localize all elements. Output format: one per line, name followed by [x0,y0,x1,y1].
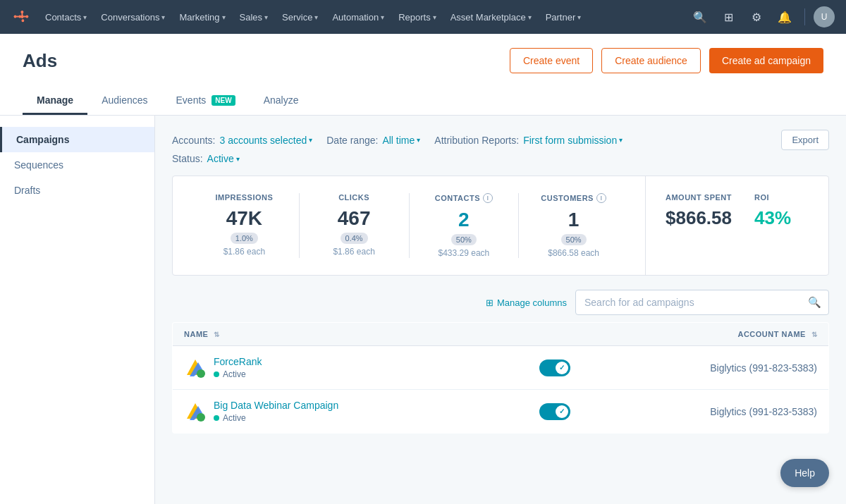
sidebar: Campaigns Sequences Drafts [0,116,155,504]
chevron-down-icon: ▾ [236,155,240,163]
nav-icons-group: 🔍 ⊞ ⚙ 🔔 U [689,6,835,28]
nav-item-partner[interactable]: Partner ▾ [540,8,587,27]
clicks-pill: 0.4% [341,233,368,244]
stats-main: IMPRESSIONS 47K 1.0% $1.86 each CLICKS 4… [173,176,645,275]
nav-item-asset-marketplace[interactable]: Asset Marketplace ▾ [445,8,537,27]
nav-item-service[interactable]: Service ▾ [276,8,324,27]
stat-customers: CUSTOMERS i 1 50% $866.58 each [522,193,625,258]
campaign-name-info: ForceRank Active [214,356,262,379]
attribution-dropdown[interactable]: First form submission ▾ [523,135,623,146]
accounts-dropdown[interactable]: 3 accounts selected ▾ [219,135,312,146]
accounts-label: Accounts: [172,135,215,146]
google-ads-icon [184,357,207,379]
user-avatar[interactable]: U [814,6,835,27]
customers-value: 1 [522,209,625,231]
tab-manage[interactable]: Manage [23,87,87,115]
status-indicator: Active [214,369,262,379]
stats-side: AMOUNT SPENT $866.58 ROI 43% [645,176,828,275]
account-name-cell-2: Biglytics (991-823-5383) [582,390,828,434]
status-dropdown[interactable]: Active ▾ [207,153,240,164]
impressions-label: IMPRESSIONS [192,193,296,202]
search-icon-button[interactable]: 🔍 [689,6,711,28]
nav-item-automation[interactable]: Automation ▾ [326,8,390,27]
contacts-pill: 50% [451,234,477,245]
toggle-area-2: ✓ [539,403,570,420]
new-badge: NEW [212,95,235,106]
accounts-filter: Accounts: 3 accounts selected ▾ [172,135,312,146]
nav-item-marketing[interactable]: Marketing ▾ [173,8,231,27]
nav-item-reports[interactable]: Reports ▾ [393,8,442,27]
sidebar-item-sequences[interactable]: Sequences [0,152,154,178]
create-event-button[interactable]: Create event [510,48,593,73]
campaign-name-link-2[interactable]: Big Data Webinar Campaign [214,400,338,411]
impressions-value: 47K [192,207,296,230]
apps-icon-button[interactable]: ⊞ [717,6,740,28]
page-header: Ads Create event Create audience Create … [0,34,846,116]
roi-label: ROI [754,193,791,202]
contacts-label: CONTACTS i [412,193,516,203]
help-button[interactable]: Help [780,459,829,487]
search-input[interactable] [576,291,801,314]
nav-divider [804,8,805,25]
create-campaign-button[interactable]: Create ad campaign [709,48,823,73]
status-dot-2 [214,415,219,421]
stat-divider-2 [409,193,410,258]
clicks-value: 467 [302,207,406,230]
customers-label: CUSTOMERS i [522,193,625,203]
status-filter: Status: Active ▾ [172,153,240,164]
attribution-filter: Attribution Reports: First form submissi… [434,135,623,146]
chevron-down-icon: ▾ [222,13,226,21]
date-range-filter: Date range: All time ▾ [326,135,420,146]
status-dot [214,371,219,377]
export-button[interactable]: Export [781,130,829,150]
hubspot-logo[interactable] [11,7,31,27]
manage-columns-button[interactable]: ⊞ Manage columns [486,297,567,308]
campaign-toggle-2[interactable]: ✓ [539,403,570,420]
contacts-info-icon[interactable]: i [483,193,493,203]
campaign-name-cell-2: Big Data Webinar Campaign Active ✓ [173,390,582,434]
create-audience-button[interactable]: Create audience [601,48,701,73]
chevron-down-icon: ▾ [433,13,436,21]
amount-spent-label: AMOUNT SPENT [666,193,732,202]
campaign-name-link[interactable]: ForceRank [214,356,262,367]
tab-analyze[interactable]: Analyze [250,87,313,115]
toggle-knob-2: ✓ [556,405,568,418]
date-range-dropdown[interactable]: All time ▾ [382,135,420,146]
chevron-down-icon: ▾ [309,136,312,144]
status-indicator-2: Active [214,413,338,423]
nav-item-sales[interactable]: Sales ▾ [234,8,274,27]
impressions-pill: 1.0% [231,233,258,244]
chevron-down-icon: ▾ [161,13,165,21]
stat-roi: ROI 43% [754,193,791,229]
search-button[interactable]: 🔍 [801,290,828,314]
nav-item-contacts[interactable]: Contacts ▾ [39,8,92,27]
table-toolbar: ⊞ Manage columns 🔍 [172,290,829,315]
settings-icon-button[interactable]: ⚙ [745,6,768,28]
sort-icon: ⇅ [811,331,818,338]
svg-point-5 [197,413,205,422]
tab-audiences[interactable]: Audiences [87,87,161,115]
roi-value: 43% [754,207,791,229]
nav-item-conversations[interactable]: Conversations ▾ [95,8,171,27]
chevron-down-icon: ▾ [577,13,581,21]
campaign-name-container: ForceRank Active ✓ [184,356,570,379]
campaign-toggle[interactable]: ✓ [539,359,570,376]
sidebar-item-drafts[interactable]: Drafts [0,178,154,203]
stat-divider [299,193,300,258]
table-body: ForceRank Active ✓ [173,346,829,434]
stat-impressions: IMPRESSIONS 47K 1.0% $1.86 each [192,193,296,257]
clicks-label: CLICKS [302,193,406,202]
main-content: Accounts: 3 accounts selected ▾ Date ran… [155,116,846,504]
search-box: 🔍 [575,290,829,315]
stats-panel: IMPRESSIONS 47K 1.0% $1.86 each CLICKS 4… [172,176,829,276]
campaign-name-container-2: Big Data Webinar Campaign Active ✓ [184,400,570,423]
chevron-down-icon: ▾ [314,13,318,21]
amount-spent-value: $866.58 [666,207,732,229]
sidebar-item-campaigns[interactable]: Campaigns [0,127,154,152]
customers-info-icon[interactable]: i [596,193,606,203]
main-layout: Campaigns Sequences Drafts Accounts: 3 a… [0,116,846,504]
tab-events[interactable]: Events NEW [162,87,250,115]
chevron-down-icon: ▾ [83,13,87,21]
notifications-icon-button[interactable]: 🔔 [773,6,796,28]
contacts-sub: $433.29 each [412,248,516,258]
